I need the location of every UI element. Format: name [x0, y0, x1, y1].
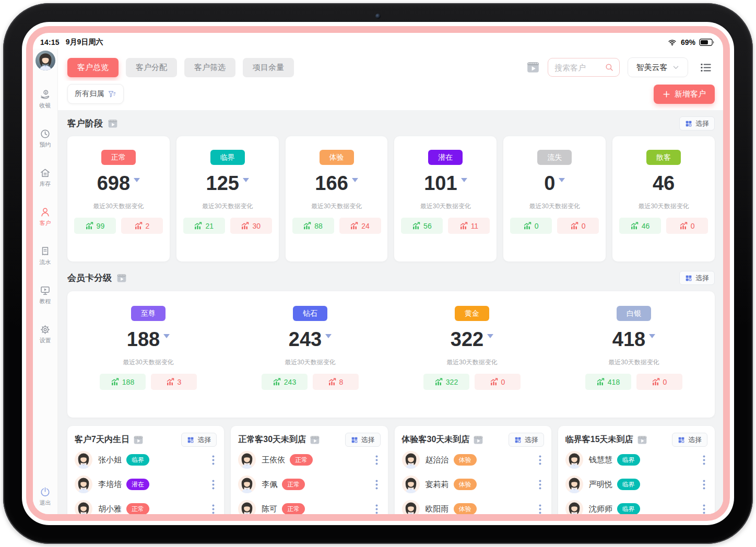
- increase-chip: 99: [74, 218, 116, 234]
- customer-avatar: [402, 500, 420, 514]
- add-customer-button[interactable]: 新增客户: [654, 85, 715, 104]
- row-menu-button[interactable]: [373, 455, 381, 465]
- membership-badge: 白银: [617, 306, 651, 321]
- customer-row[interactable]: 钱慧慧 临界: [565, 448, 707, 471]
- kebab-menu-icon: [212, 455, 215, 465]
- stage-count-dropdown[interactable]: 125: [206, 173, 249, 194]
- tab-customer-overview[interactable]: 客户总览: [67, 58, 119, 77]
- sidebar-item-customers[interactable]: 客户: [40, 207, 51, 227]
- row-menu-button[interactable]: [537, 479, 544, 490]
- row-menu-button[interactable]: [700, 504, 707, 514]
- store-selector[interactable]: 智美云客: [628, 57, 688, 77]
- select-button[interactable]: 选择: [679, 271, 715, 285]
- customer-row[interactable]: 宴莉莉 体验: [402, 473, 544, 496]
- membership-count-dropdown[interactable]: 418: [612, 329, 655, 350]
- customer-row[interactable]: 王依依 正常: [238, 448, 380, 471]
- content-area: 客户阶段 选择 正常: [58, 110, 723, 514]
- row-menu-button[interactable]: [700, 455, 707, 465]
- stage-count-dropdown[interactable]: 166: [315, 173, 358, 194]
- customer-row[interactable]: 胡小雅 正常: [75, 497, 217, 514]
- tutorial-video-icon[interactable]: [637, 435, 647, 445]
- stage-badge: 散客: [646, 150, 681, 165]
- person-icon: [40, 207, 51, 218]
- clock-icon: [40, 128, 51, 139]
- tutorial-video-icon[interactable]: [473, 435, 483, 445]
- search-input[interactable]: [554, 63, 599, 72]
- kebab-menu-icon: [539, 455, 541, 465]
- stage-count-dropdown[interactable]: 101: [424, 173, 467, 194]
- membership-count-dropdown[interactable]: 188: [127, 329, 170, 350]
- tutorial-video-icon[interactable]: [526, 61, 540, 74]
- decrease-chip: 0: [475, 374, 521, 390]
- membership-count-dropdown[interactable]: 322: [451, 329, 493, 350]
- customer-row[interactable]: 张小姐 临界: [75, 448, 217, 471]
- increase-chip: 21: [183, 218, 225, 234]
- customer-row[interactable]: 李佩 正常: [238, 473, 380, 496]
- stage-count-dropdown[interactable]: 0: [544, 173, 565, 194]
- row-menu-button[interactable]: [209, 479, 217, 490]
- sidebar-item-tutorials[interactable]: 教程: [40, 285, 51, 305]
- status-badge: 体验: [454, 479, 477, 490]
- row-menu-button[interactable]: [537, 504, 544, 514]
- row-menu-button[interactable]: [209, 504, 217, 514]
- trend-down-icon: [460, 222, 468, 230]
- sidebar-item-appointment[interactable]: 预约: [40, 128, 51, 149]
- stage-count: 46: [653, 173, 675, 194]
- decrease-chip: 0: [666, 218, 708, 234]
- dropdown-triangle-icon: [461, 178, 467, 185]
- battery-icon: [699, 39, 715, 46]
- customer-row[interactable]: 严明悦 临界: [565, 473, 707, 496]
- membership-count-dropdown[interactable]: 243: [289, 329, 332, 350]
- trend-down-icon: [135, 222, 143, 230]
- customer-avatar: [238, 451, 256, 469]
- row-menu-button[interactable]: [373, 479, 381, 490]
- customer-row[interactable]: 沈师师 临界: [565, 497, 707, 514]
- tutorial-video-icon[interactable]: [133, 435, 144, 445]
- sidebar-item-inventory[interactable]: 库存: [40, 168, 51, 188]
- tutorial-video-icon[interactable]: [310, 435, 320, 445]
- decrease-chip: 11: [448, 218, 490, 234]
- tutorial-video-icon[interactable]: [108, 118, 118, 129]
- select-button[interactable]: 选择: [672, 433, 707, 447]
- dropdown-triangle-icon: [163, 334, 170, 341]
- status-badge: 临界: [617, 454, 640, 466]
- grid-icon: [685, 275, 692, 282]
- membership-title: 会员卡分级: [67, 272, 112, 284]
- row-menu-button[interactable]: [700, 479, 707, 490]
- avatar[interactable]: [36, 51, 55, 70]
- tab-customer-assignment[interactable]: 客户分配: [126, 58, 177, 77]
- ownership-filter[interactable]: 所有归属: [67, 84, 124, 104]
- increase-chip: 88: [292, 218, 334, 234]
- select-button[interactable]: 选择: [679, 116, 715, 130]
- stage-card-potential: 潜在 101 最近30天数据变化 56 11: [394, 136, 497, 261]
- dropdown-triangle-icon: [487, 334, 493, 341]
- customer-row[interactable]: 李培培 潜在: [75, 473, 217, 496]
- customer-row[interactable]: 陈可 正常: [238, 497, 380, 514]
- list-view-button[interactable]: [696, 58, 715, 77]
- kebab-menu-icon: [212, 504, 215, 514]
- tab-project-balance[interactable]: 项目余量: [243, 58, 294, 77]
- tab-customer-filter[interactable]: 客户筛选: [184, 58, 235, 77]
- customer-row[interactable]: 欧阳雨 体验: [402, 497, 544, 514]
- top-bar: 客户总览 客户分配 客户筛选 项目余量: [58, 49, 723, 81]
- row-menu-button[interactable]: [209, 455, 217, 465]
- tab-bar: 客户总览 客户分配 客户筛选 项目余量: [67, 58, 294, 77]
- row-menu-button[interactable]: [373, 504, 381, 514]
- stage-count-dropdown[interactable]: 698: [97, 173, 140, 194]
- kebab-menu-icon: [703, 455, 705, 465]
- select-button[interactable]: 选择: [509, 433, 544, 447]
- sidebar-item-transactions[interactable]: 流水: [40, 246, 51, 266]
- screenshot-root: 14:15 9月9日周六 69%: [0, 0, 756, 547]
- sidebar-item-cashier[interactable]: 收银: [40, 89, 51, 110]
- customer-row[interactable]: 赵治治 体验: [402, 448, 544, 471]
- membership-card: 至尊 188 最近30天数据变化 188 3: [67, 291, 715, 418]
- receipt-icon: [40, 246, 51, 257]
- sidebar-item-settings[interactable]: 设置: [40, 324, 51, 344]
- select-button[interactable]: 选择: [345, 433, 381, 447]
- row-menu-button[interactable]: [537, 455, 544, 465]
- tutorial-video-icon[interactable]: [116, 273, 127, 283]
- select-button[interactable]: 选择: [181, 433, 217, 447]
- search-icon[interactable]: [605, 63, 614, 72]
- sidebar-item-logout[interactable]: 退出: [40, 486, 51, 507]
- dropdown-triangle-icon: [559, 178, 565, 185]
